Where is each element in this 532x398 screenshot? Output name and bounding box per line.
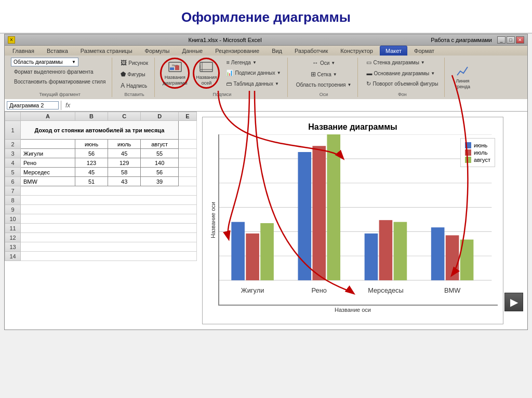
cell-title[interactable]: Доход от стоянки автомобилей за три меся… <box>21 121 179 140</box>
cell-b2[interactable]: июнь <box>75 140 108 149</box>
cell-row14[interactable] <box>21 252 197 261</box>
tablica-label: Таблица данных <box>233 81 273 87</box>
figury-label: Фигуры <box>127 72 145 77</box>
cell-a6[interactable]: BMW <box>21 177 75 186</box>
cell-d5[interactable]: 56 <box>141 168 179 177</box>
cell-row7[interactable] <box>21 186 197 196</box>
nazvanie-osei-button[interactable]: ось Названияосей <box>193 58 220 89</box>
nadpis-label: Надпись <box>126 83 147 89</box>
tab-glavnaya[interactable]: Главная <box>7 46 40 56</box>
cell-d4[interactable]: 140 <box>141 158 179 168</box>
cell-c6[interactable]: 43 <box>108 177 141 186</box>
nav-arrow[interactable] <box>504 293 523 311</box>
cell-a4[interactable]: Рено <box>21 158 75 168</box>
maximize-button[interactable]: □ <box>507 36 515 44</box>
cell-row9[interactable] <box>21 205 197 214</box>
tab-razmetka[interactable]: Разметка страницы <box>75 46 138 56</box>
col-header-e: E <box>179 112 197 121</box>
tab-recenzirovanie[interactable]: Рецензирование <box>209 46 265 56</box>
legend-august-label: август <box>474 157 490 163</box>
povorot-button[interactable]: ↻ Поворот объемной фигуры <box>363 79 441 89</box>
cell-d6[interactable]: 39 <box>141 177 179 186</box>
oblast-dropdown[interactable]: Область диаграммы ▼ <box>11 58 78 66</box>
group-label-tekuschiy: Текущий фрагмент <box>39 91 80 97</box>
cell-row8[interactable] <box>21 196 197 205</box>
name-box[interactable] <box>7 101 59 109</box>
formula-input[interactable] <box>74 102 525 108</box>
tab-vstavka[interactable]: Вставка <box>41 46 74 56</box>
bar-reno-august <box>327 134 340 280</box>
bar-bmw-june <box>431 227 445 280</box>
cell-d2[interactable]: август <box>141 140 179 149</box>
cell-row12[interactable] <box>21 233 197 242</box>
tab-dannye[interactable]: Данные <box>176 46 208 56</box>
cell-e6[interactable] <box>179 177 197 186</box>
cell-c3[interactable]: 45 <box>108 149 141 158</box>
minimize-button[interactable]: _ <box>497 36 506 44</box>
col-header-d: D <box>141 112 179 121</box>
cell-b6[interactable]: 51 <box>75 177 108 186</box>
row-header-12: 12 <box>5 233 21 242</box>
tab-maket[interactable]: Макет <box>380 46 407 56</box>
tab-format[interactable]: Формат <box>408 46 440 56</box>
stenka-button[interactable]: ▭ Стенка диаграммы ▼ <box>363 58 428 67</box>
nadpis-button[interactable]: A Надпись <box>117 80 150 91</box>
cell-d3[interactable]: 55 <box>141 149 179 158</box>
tablica-dannych-button[interactable]: 🗃 Таблица данных ▼ <box>223 79 284 88</box>
liniya-icon <box>455 64 470 78</box>
cell-a5[interactable]: Мерседес <box>21 168 75 177</box>
col-header-a: A <box>21 112 75 121</box>
col-header-c: C <box>108 112 141 121</box>
legend-july-color <box>465 149 471 156</box>
cell-c2[interactable]: июль <box>108 140 141 149</box>
osi-label: Оси <box>320 60 329 66</box>
row-header-6: 6 <box>5 177 21 186</box>
cell-row13[interactable] <box>21 242 197 252</box>
cell-e1[interactable] <box>179 121 197 140</box>
legenda-button[interactable]: ≡ Легенда ▼ <box>223 58 284 67</box>
cell-e3[interactable] <box>179 149 197 158</box>
osnovanie-button[interactable]: ▬ Основание диаграммы ▼ <box>363 68 438 78</box>
cell-a3[interactable]: Жигули <box>21 149 75 158</box>
chart-svg: 0 20 40 60 80 100 120 <box>219 134 498 305</box>
cell-e4[interactable] <box>179 158 197 168</box>
cell-e2[interactable] <box>179 140 197 149</box>
legend-august-color <box>465 157 471 163</box>
row-header-1: 1 <box>5 121 21 140</box>
bar-bmw-august <box>460 240 474 280</box>
ribbon-content: Область диаграммы ▼ Формат выделенного ф… <box>5 56 527 99</box>
cell-b4[interactable]: 123 <box>75 158 108 168</box>
cell-c5[interactable]: 58 <box>108 168 141 177</box>
group-tekuschiy: Область диаграммы ▼ Формат выделенного ф… <box>8 58 112 97</box>
row-header-14: 14 <box>5 252 21 261</box>
ribbon-tabs: Главная Вставка Разметка страницы Формул… <box>5 46 527 56</box>
risunok-button[interactable]: 🖼 Рисунок <box>117 58 151 68</box>
tab-konstruktor[interactable]: Конструктор <box>335 46 379 56</box>
liniya-button[interactable]: Линиятренда <box>451 62 474 92</box>
close-button[interactable]: ✕ <box>516 36 524 44</box>
chart-area[interactable]: Название диаграммы Название оси <box>202 117 503 324</box>
setka-button[interactable]: ⊞ Сетка ▼ <box>308 69 340 79</box>
format-fragment-button[interactable]: Формат выделенного фрагмента <box>11 67 97 76</box>
cell-row10[interactable] <box>21 214 197 224</box>
oblast-postr-button[interactable]: Область построения ▼ <box>293 80 355 89</box>
cell-c4[interactable]: 129 <box>108 158 141 168</box>
tab-razrabotchik[interactable]: Разработчик <box>289 46 334 56</box>
dropdown-arrow: ▼ <box>72 60 76 64</box>
svg-rect-3 <box>175 65 179 70</box>
group-osi: ↔ Оси ▼ ⊞ Сетка ▼ Область построения ▼ О… <box>290 58 358 97</box>
row-header-9: 9 <box>5 205 21 214</box>
vosstanovit-button[interactable]: Восстановить форматирование стиля <box>11 77 109 86</box>
cell-e5[interactable] <box>179 168 197 177</box>
podpisi-dannych-button[interactable]: 📊 Подписи данных ▼ <box>223 68 284 78</box>
cell-a2[interactable] <box>21 140 75 149</box>
cell-b3[interactable]: 56 <box>75 149 108 158</box>
row-header-11: 11 <box>5 224 21 233</box>
tab-vid[interactable]: Вид <box>266 46 288 56</box>
osi-button[interactable]: ↔ Оси ▼ <box>309 58 338 68</box>
cell-row11[interactable] <box>21 224 197 233</box>
cell-b5[interactable]: 45 <box>75 168 108 177</box>
figury-button[interactable]: ⬟ Фигуры <box>117 69 148 79</box>
nazvanie-diagrammy-button[interactable]: Назв Названиядиаграммы <box>160 58 190 89</box>
tab-formuly[interactable]: Формулы <box>139 46 176 56</box>
